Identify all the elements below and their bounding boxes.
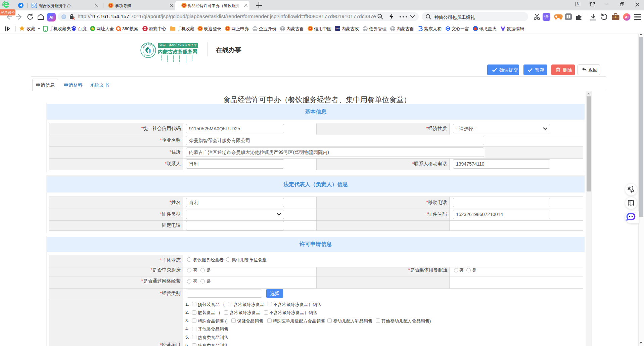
svg-text:政: 政 [150, 43, 152, 45]
svg-text:᠊ᠤ: ᠊ᠤ [151, 55, 154, 56]
svg-text:G: G [144, 27, 146, 31]
svg-text:AI: AI [49, 15, 53, 20]
svg-text:AI: AI [625, 15, 629, 19]
svg-text:蒙: 蒙 [145, 43, 147, 45]
